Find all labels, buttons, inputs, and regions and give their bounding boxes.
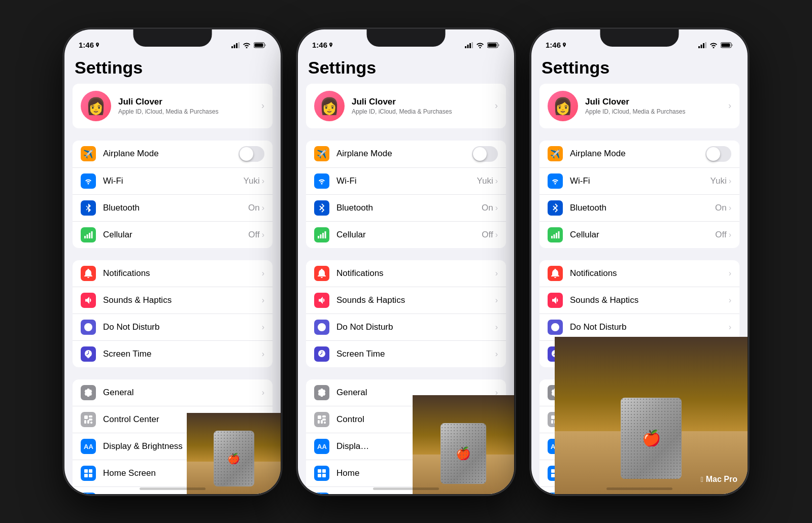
notifications-row[interactable]: Notifications ›: [73, 260, 273, 287]
dnd-label-2: Do Not Disturb: [336, 322, 495, 332]
screentime-row[interactable]: Screen Time ›: [73, 341, 273, 367]
svg-rect-1: [234, 45, 235, 48]
phone-1-screen: 1:46 Settings 👩 Juli Clover Apple: [64, 29, 281, 494]
wifi-icon-3: [548, 173, 563, 189]
airplane-toggle[interactable]: [239, 146, 264, 162]
wifi-icon-setting: [81, 173, 96, 189]
profile-info-3: Juli Clover Apple ID, iCloud, Media & Pu…: [585, 97, 728, 115]
svg-rect-67: [551, 420, 553, 424]
profile-info: Juli Clover Apple ID, iCloud, Media & Pu…: [118, 97, 261, 115]
svg-rect-24: [89, 474, 92, 477]
dnd-chevron-3: ›: [729, 323, 731, 332]
signal-icon-2: [465, 42, 473, 48]
airplane-mode-row-2[interactable]: ✈️ Airplane Mode: [306, 141, 506, 168]
video-overlay-3: 🍎  Mac Pro: [555, 337, 748, 494]
general-label: General: [103, 388, 262, 398]
status-icons-3: [698, 42, 733, 48]
svg-rect-3: [239, 42, 240, 48]
bluetooth-row-3[interactable]: Bluetooth On ›: [539, 195, 739, 222]
bluetooth-value-3: On: [715, 203, 727, 213]
sounds-label-2: Sounds & Haptics: [336, 295, 495, 305]
signal-icon: [231, 42, 240, 48]
cellular-row-2[interactable]: Cellular Off ›: [306, 222, 506, 248]
sounds-label: Sounds & Haptics: [103, 295, 262, 305]
phone-3: 1:46 Settings 👩 Juli Clover Apple ID, iC…: [530, 28, 749, 495]
wifi-icon-3: [709, 42, 718, 48]
profile-section[interactable]: 👩 Juli Clover Apple ID, iCloud, Media & …: [73, 84, 273, 128]
cellular-icon-3: [548, 227, 563, 242]
sounds-row-2[interactable]: Sounds & Haptics ›: [306, 287, 506, 314]
svg-rect-56: [722, 43, 730, 47]
general-row[interactable]: General ›: [73, 379, 273, 406]
svg-rect-35: [320, 234, 322, 238]
svg-rect-11: [91, 231, 93, 238]
svg-rect-9: [87, 234, 88, 238]
sounds-row[interactable]: Sounds & Haptics ›: [73, 287, 273, 314]
cellular-row[interactable]: Cellular Off ›: [73, 222, 273, 248]
notifications-row-3[interactable]: Notifications ›: [539, 260, 739, 287]
sounds-row-3[interactable]: Sounds & Haptics ›: [539, 287, 739, 314]
svg-rect-0: [231, 46, 233, 48]
bluetooth-chevron: ›: [262, 203, 264, 213]
svg-rect-22: [89, 469, 92, 473]
avatar-3: 👩: [548, 91, 578, 121]
dnd-row-2[interactable]: Do Not Disturb ›: [306, 314, 506, 341]
notifications-chevron-3: ›: [729, 269, 731, 278]
notifications-icon-3: [548, 266, 563, 281]
sounds-chevron: ›: [262, 296, 264, 305]
airplane-label-2: Airplane Mode: [336, 149, 472, 159]
svg-rect-29: [472, 42, 473, 48]
svg-rect-62: [558, 231, 560, 238]
dnd-label: Do Not Disturb: [103, 322, 262, 332]
sounds-chevron-2: ›: [495, 296, 498, 305]
airplane-toggle-3[interactable]: [705, 146, 731, 162]
svg-rect-12: [87, 357, 90, 358]
location-icon: [95, 43, 99, 48]
airplane-row-3[interactable]: ✈️ Airplane Mode: [539, 141, 739, 168]
cellular-chevron-3: ›: [729, 230, 731, 239]
bluetooth-value-2: On: [482, 203, 493, 213]
phone-2: 1:46 Settings 👩 Juli Clover Apple ID, iC…: [297, 28, 515, 495]
location-icon-2: [329, 43, 333, 48]
airplane-icon-2: ✈️: [314, 146, 329, 161]
controlcenter-icon-2: [314, 412, 329, 427]
svg-rect-43: [321, 420, 323, 424]
wifi-row[interactable]: Wi-Fi Yuki ›: [73, 168, 273, 195]
profile-name-2: Juli Clover: [352, 97, 495, 107]
sounds-icon: [81, 293, 96, 308]
wifi-icon: [243, 42, 251, 48]
svg-rect-47: [322, 469, 326, 473]
profile-section-2[interactable]: 👩 Juli Clover Apple ID, iCloud, Media & …: [306, 84, 506, 128]
wifi-label: Wi-Fi: [103, 176, 244, 186]
settings-title-2: Settings: [298, 54, 514, 84]
airplane-toggle-2[interactable]: [472, 146, 498, 162]
wifi-row-3[interactable]: Wi-Fi Yuki ›: [539, 168, 739, 195]
wifi-value-3: Yuki: [710, 176, 727, 186]
svg-rect-40: [322, 415, 326, 417]
svg-rect-18: [87, 420, 89, 424]
svg-rect-5: [255, 43, 263, 47]
bluetooth-row[interactable]: Bluetooth On ›: [73, 195, 273, 222]
bluetooth-row-2[interactable]: Bluetooth On ›: [306, 195, 506, 222]
accessibility-icon: [81, 493, 96, 494]
profile-section-3[interactable]: 👩 Juli Clover Apple ID, iCloud, Media & …: [539, 84, 739, 128]
general-icon: [81, 385, 96, 400]
svg-rect-2: [236, 43, 238, 48]
bluetooth-label-2: Bluetooth: [336, 203, 482, 213]
notifications-row-2[interactable]: Notifications ›: [306, 260, 506, 287]
wifi-row-2[interactable]: Wi-Fi Yuki ›: [306, 168, 506, 195]
cellular-value-3: Off: [715, 230, 726, 240]
homescreen-icon: [81, 466, 96, 481]
cellular-icon-2: [314, 227, 329, 242]
bluetooth-value: On: [248, 203, 260, 213]
dnd-row[interactable]: Do Not Disturb ›: [73, 314, 273, 341]
cellular-row-3[interactable]: Cellular Off ›: [539, 222, 739, 248]
profile-subtitle-3: Apple ID, iCloud, Media & Purchases: [585, 108, 728, 115]
airplane-mode-row[interactable]: ✈️ Airplane Mode: [73, 141, 273, 168]
profile-name: Juli Clover: [118, 97, 261, 107]
cellular-value: Off: [248, 230, 259, 240]
screentime-row-2[interactable]: Screen Time ›: [306, 341, 506, 367]
notifications-chevron: ›: [262, 269, 264, 278]
wifi-chevron-3: ›: [729, 177, 731, 186]
svg-rect-54: [705, 42, 707, 48]
